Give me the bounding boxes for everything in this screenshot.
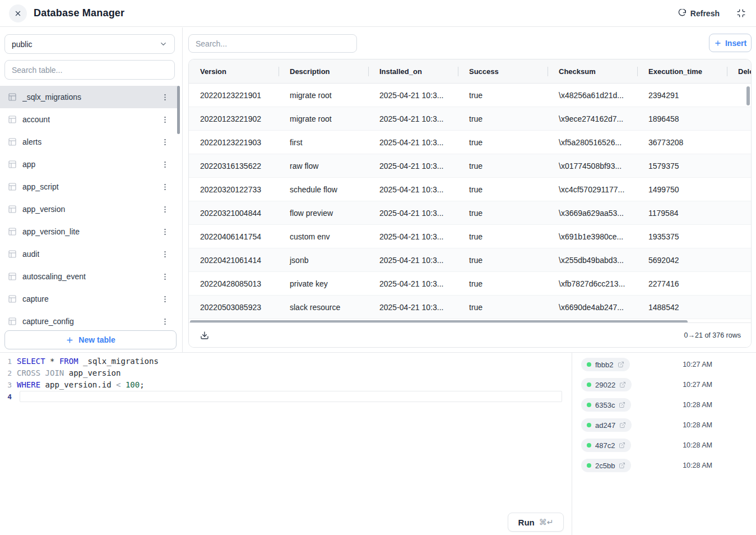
new-table-button[interactable]: New table: [4, 330, 177, 349]
cell-checksum: \x691b1e3980ce...: [548, 225, 637, 248]
kebab-menu-button[interactable]: [159, 114, 171, 125]
code-area[interactable]: 1 SELECT * FROM _sqlx_migrations 2 CROSS…: [0, 353, 572, 403]
sidebar-item-app-version-lite[interactable]: app_version_lite: [0, 220, 178, 243]
sidebar-item-capture-config[interactable]: capture_config: [0, 310, 178, 328]
column-header-installed-on[interactable]: Installed_on: [368, 59, 458, 83]
cell-deleted: [727, 178, 752, 201]
contract-button[interactable]: [735, 7, 747, 19]
refresh-button[interactable]: Refresh: [677, 9, 720, 18]
table-row[interactable]: 20220123221902 migrate root 2025-04-21 1…: [189, 107, 752, 131]
query-timestamp: 10:28 AM: [683, 421, 712, 429]
table-row[interactable]: 20220316135622 raw flow 2025-04-21 10:3.…: [189, 154, 752, 178]
table-row[interactable]: 20220503085923 slack resource 2025-04-21…: [189, 296, 752, 319]
kebab-menu-button[interactable]: [159, 182, 171, 192]
table-name: app_script: [22, 182, 59, 191]
kebab-menu-button[interactable]: [159, 137, 171, 147]
download-button[interactable]: [199, 330, 210, 341]
cell-checksum: \xc4cf570291177...: [548, 178, 637, 201]
column-header-success[interactable]: Success: [458, 59, 548, 83]
column-header-checksum[interactable]: Checksum: [548, 59, 637, 83]
download-icon: [200, 331, 209, 340]
kebab-menu-button[interactable]: [159, 159, 171, 170]
history-item: 2c5bb 10:28 AM: [572, 455, 756, 476]
schema-select[interactable]: public: [4, 34, 175, 54]
sidebar-item-sqlx-migrations[interactable]: _sqlx_migrations: [0, 86, 178, 108]
column-header-execution-time[interactable]: Execution_time: [637, 59, 727, 83]
table-row[interactable]: 20220428085013 private key 2025-04-21 10…: [189, 272, 752, 296]
cell-installed-on: 2025-04-21 10:3...: [368, 248, 458, 271]
kebab-menu-button[interactable]: [159, 316, 171, 327]
vertical-scrollbar[interactable]: [746, 86, 750, 105]
table-row[interactable]: 20220320122733 schedule flow 2025-04-21 …: [189, 178, 752, 201]
insert-button[interactable]: Insert: [709, 34, 752, 52]
query-timestamp: 10:27 AM: [683, 361, 712, 368]
kebab-menu-button[interactable]: [159, 92, 171, 103]
cell-execution-time: 1935375: [637, 225, 727, 248]
column-header-version[interactable]: Version: [189, 59, 279, 83]
cell-success: true: [458, 248, 548, 271]
code-text: SELECT * FROM _sqlx_migrations: [17, 356, 159, 367]
query-pill[interactable]: 2c5bb: [581, 459, 631, 472]
query-pill[interactable]: 29022: [581, 378, 632, 391]
table-icon: [8, 205, 17, 214]
cell-description: slack resource: [279, 296, 368, 319]
column-header-description[interactable]: Description: [279, 59, 368, 83]
table-header-row: Version Description Installed_on Success…: [189, 59, 752, 84]
sidebar-item-account[interactable]: account: [0, 108, 178, 131]
table-row[interactable]: 20220421061414 jsonb 2025-04-21 10:3... …: [189, 248, 752, 272]
kebab-menu-button[interactable]: [159, 294, 171, 305]
table-name: autoscaling_event: [22, 272, 86, 281]
code-text: CROSS JOIN app_version: [17, 367, 120, 379]
kebab-menu-button[interactable]: [159, 227, 171, 237]
sidebar-item-app[interactable]: app: [0, 153, 178, 176]
run-button[interactable]: Run ⌘↵: [508, 513, 564, 532]
grid-search-input[interactable]: [188, 34, 357, 53]
external-link-icon[interactable]: [619, 442, 625, 449]
sidebar-item-app-script[interactable]: app_script: [0, 176, 178, 198]
rows-info: 0→21 of 376 rows: [684, 331, 741, 339]
table-search-input[interactable]: [4, 60, 175, 80]
cell-success: true: [458, 107, 548, 130]
table-name: app_version: [22, 205, 65, 214]
kebab-menu-button[interactable]: [159, 249, 171, 260]
sidebar-item-app-version[interactable]: app_version: [0, 198, 178, 220]
status-dot: [587, 423, 591, 427]
cell-deleted: [727, 154, 752, 177]
table-row[interactable]: 20220123221903 first 2025-04-21 10:3... …: [189, 131, 752, 154]
external-link-icon[interactable]: [618, 361, 624, 368]
cell-success: true: [458, 201, 548, 224]
history-item: ad247 10:28 AM: [572, 415, 756, 435]
external-link-icon[interactable]: [619, 462, 625, 469]
external-link-icon[interactable]: [619, 422, 626, 428]
line-number: 4: [0, 391, 17, 403]
query-pill[interactable]: ad247: [581, 418, 632, 432]
sql-editor[interactable]: 1 SELECT * FROM _sqlx_migrations 2 CROSS…: [0, 353, 572, 535]
sidebar-scrollbar[interactable]: [177, 86, 180, 134]
table-row[interactable]: 20220123221901 migrate root 2025-04-21 1…: [189, 84, 752, 107]
table-name: capture_config: [22, 317, 74, 326]
new-table-label: New table: [78, 335, 115, 344]
cell-deleted: [727, 272, 752, 295]
column-header-deleted[interactable]: Deleted: [727, 59, 752, 83]
query-pill[interactable]: 6353c: [581, 398, 631, 412]
sidebar-item-audit[interactable]: audit: [0, 243, 178, 265]
query-pill[interactable]: 487c2: [581, 439, 631, 452]
external-link-icon[interactable]: [619, 402, 625, 408]
page-title: Database Manager: [34, 7, 124, 19]
sidebar-item-capture[interactable]: capture: [0, 288, 178, 310]
data-table: Version Description Installed_on Success…: [188, 59, 752, 348]
table-row[interactable]: 20220321004844 flow preview 2025-04-21 1…: [189, 201, 752, 225]
sidebar-item-autoscaling-event[interactable]: autoscaling_event: [0, 265, 178, 288]
table-row[interactable]: 20220406141754 custom env 2025-04-21 10:…: [189, 225, 752, 248]
status-dot: [587, 362, 591, 367]
query-pill[interactable]: fbbb2: [581, 358, 630, 371]
kebab-menu-button[interactable]: [159, 204, 171, 215]
plus-icon: [714, 39, 722, 47]
cell-success: true: [458, 131, 548, 154]
sidebar-item-alerts[interactable]: alerts: [0, 131, 178, 153]
cell-description: jsonb: [279, 248, 368, 271]
kebab-menu-button[interactable]: [159, 271, 171, 282]
refresh-icon: [677, 9, 686, 18]
close-button[interactable]: [9, 4, 27, 22]
external-link-icon[interactable]: [619, 381, 626, 388]
